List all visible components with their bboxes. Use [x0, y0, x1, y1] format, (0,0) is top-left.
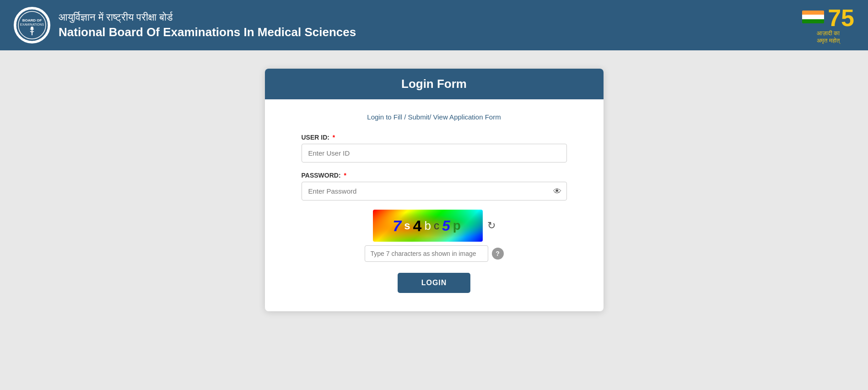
password-wrapper: 👁 — [302, 182, 567, 200]
hindi-title: आयुर्विज्ञान में राष्ट्रीय परीक्षा बोर्ड — [59, 11, 356, 23]
toggle-password-icon[interactable]: 👁 — [553, 186, 561, 196]
azadi-line2: अमृत महोत् — [817, 37, 840, 44]
captcha-char-7: 7 — [393, 217, 403, 235]
user-id-input[interactable] — [302, 144, 567, 162]
form-title: Login Form — [279, 77, 590, 91]
flag-icon — [802, 11, 824, 23]
english-title: National Board Of Examinations In Medica… — [59, 25, 356, 39]
header-right-badge: 75 आज़ादी का अमृत महोत् — [802, 6, 854, 44]
login-card: Login Form Login to Fill / Submit/ View … — [265, 69, 604, 311]
password-label: PASSWORD: * — [302, 172, 567, 179]
captcha-input[interactable] — [365, 245, 488, 262]
login-card-header: Login Form — [265, 69, 604, 99]
header-left: BOARD OF EXAMINATIONS आयुर्विज्ञान में र… — [14, 7, 356, 43]
login-button[interactable]: LOGIN — [398, 273, 471, 293]
captcha-section: 7 s 4 b c 5 p ↻ ? — [302, 210, 567, 262]
header-text-block: आयुर्विज्ञान में राष्ट्रीय परीक्षा बोर्ड… — [59, 11, 356, 39]
captcha-char-c: c — [434, 219, 441, 232]
login-btn-row: LOGIN — [302, 273, 567, 293]
svg-text:BOARD OF: BOARD OF — [22, 18, 42, 22]
login-subtitle: Login to Fill / Submit/ View Application… — [302, 108, 567, 121]
azadi-number: 75 — [828, 6, 854, 30]
captcha-input-row: ? — [302, 245, 567, 262]
captcha-wrapper: 7 s 4 b c 5 p ↻ — [373, 210, 496, 242]
captcha-char-4: 4 — [413, 217, 423, 235]
password-required: * — [344, 172, 346, 179]
captcha-char-p: p — [453, 218, 463, 233]
org-logo: BOARD OF EXAMINATIONS — [14, 7, 50, 43]
captcha-char-5: 5 — [442, 217, 452, 234]
svg-text:EXAMINATIONS: EXAMINATIONS — [20, 23, 44, 26]
captcha-char-b: b — [424, 219, 432, 233]
captcha-characters: 7 s 4 b c 5 p — [393, 217, 463, 235]
password-group: PASSWORD: * 👁 — [302, 172, 567, 200]
captcha-image: 7 s 4 b c 5 p — [373, 210, 483, 242]
user-id-label: USER ID: * — [302, 134, 567, 141]
captcha-help-icon[interactable]: ? — [492, 248, 504, 260]
user-id-required: * — [333, 134, 335, 141]
captcha-refresh-button[interactable]: ↻ — [487, 221, 496, 231]
main-content: Login Form Login to Fill / Submit/ View … — [0, 50, 868, 390]
user-id-group: USER ID: * — [302, 134, 567, 162]
password-input[interactable] — [302, 182, 567, 200]
captcha-char-s: s — [404, 219, 412, 232]
page-header: BOARD OF EXAMINATIONS आयुर्विज्ञान में र… — [0, 0, 868, 50]
login-card-body: Login to Fill / Submit/ View Application… — [265, 99, 604, 311]
svg-point-5 — [31, 27, 33, 29]
azadi-line1: आज़ादी का — [817, 30, 840, 37]
